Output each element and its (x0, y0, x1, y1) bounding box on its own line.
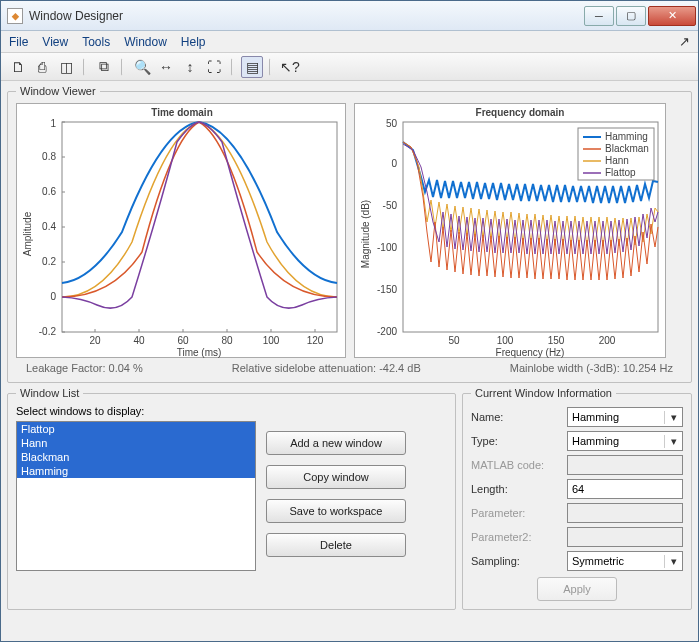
zoom-x-icon[interactable]: ↔ (155, 56, 177, 78)
separator (231, 58, 237, 76)
time-domain-plot[interactable]: Time domain -0.20 0.20.4 (16, 103, 346, 358)
sampling-label: Sampling: (471, 555, 561, 567)
svg-text:50: 50 (386, 118, 398, 129)
new-icon[interactable]: 🗋 (7, 56, 29, 78)
copy-window-button[interactable]: Copy window (266, 465, 406, 489)
apply-button[interactable]: Apply (537, 577, 617, 601)
app-logo-icon: ◆ (7, 8, 23, 24)
svg-text:0.8: 0.8 (42, 151, 56, 162)
svg-text:40: 40 (133, 335, 145, 346)
menubar: File View Tools Window Help ↗ (1, 31, 698, 53)
time-ylabel: Amplitude (22, 211, 33, 256)
window-viewer-panel: Window Viewer Time domain (7, 85, 692, 383)
svg-text:-50: -50 (383, 200, 398, 211)
toolbar: 🗋 ⎙ ◫ ⧉ 🔍 ↔ ↕ ⛶ ▤ ↖? (1, 53, 698, 81)
svg-text:80: 80 (221, 335, 233, 346)
time-plot-title: Time domain (151, 107, 213, 118)
separator (121, 58, 127, 76)
name-combo[interactable]: Hamming▾ (567, 407, 683, 427)
svg-text:0: 0 (391, 158, 397, 169)
type-label: Type: (471, 435, 561, 447)
svg-text:Flattop: Flattop (605, 167, 636, 178)
maximize-button[interactable]: ▢ (616, 6, 646, 26)
name-label: Name: (471, 411, 561, 423)
separator (83, 58, 89, 76)
sidelobe-stat: Relative sidelobe attenuation: -42.4 dB (232, 362, 421, 374)
zoom-in-icon[interactable]: 🔍 (131, 56, 153, 78)
param-field (567, 503, 683, 523)
window-list-panel: Window List Select windows to display: F… (7, 387, 456, 610)
matlab-label: MATLAB code: (471, 459, 561, 471)
svg-text:100: 100 (497, 335, 514, 346)
type-combo[interactable]: Hamming▾ (567, 431, 683, 451)
minimize-button[interactable]: ─ (584, 6, 614, 26)
time-xlabel: Time (ms) (177, 347, 222, 358)
list-item[interactable]: Blackman (17, 450, 255, 464)
svg-text:1: 1 (50, 118, 56, 129)
param-label: Parameter: (471, 507, 561, 519)
freq-ylabel: Magnitude (dB) (360, 200, 371, 268)
param2-field (567, 527, 683, 547)
menu-help[interactable]: Help (181, 35, 206, 49)
svg-text:120: 120 (307, 335, 324, 346)
svg-text:-0.2: -0.2 (39, 326, 57, 337)
svg-rect-0 (62, 122, 337, 332)
mainlobe-stat: Mainlobe width (-3dB): 10.254 Hz (510, 362, 673, 374)
stats-row: Leakage Factor: 0.04 % Relative sidelobe… (16, 358, 683, 374)
full-view-icon[interactable]: ⛶ (203, 56, 225, 78)
separator (269, 58, 275, 76)
svg-text:0: 0 (50, 291, 56, 302)
window-list-legend: Window List (16, 387, 83, 399)
window-listbox[interactable]: Flattop Hann Blackman Hamming (16, 421, 256, 571)
help-icon[interactable]: ↖? (279, 56, 301, 78)
menu-tools[interactable]: Tools (82, 35, 110, 49)
svg-text:-150: -150 (377, 284, 397, 295)
svg-text:60: 60 (177, 335, 189, 346)
add-window-button[interactable]: Add a new window (266, 431, 406, 455)
freq-domain-plot[interactable]: Frequency domain -200-150 -100-50 050 50… (354, 103, 666, 358)
zoom-y-icon[interactable]: ↕ (179, 56, 201, 78)
length-field[interactable]: 64 (567, 479, 683, 499)
copy-icon[interactable]: ⧉ (93, 56, 115, 78)
svg-text:100: 100 (263, 335, 280, 346)
legend-toggle-icon[interactable]: ▤ (241, 56, 263, 78)
select-windows-label: Select windows to display: (16, 405, 447, 417)
list-item[interactable]: Flattop (17, 422, 255, 436)
save-workspace-button[interactable]: Save to workspace (266, 499, 406, 523)
svg-text:-200: -200 (377, 326, 397, 337)
svg-text:50: 50 (448, 335, 460, 346)
leakage-stat: Leakage Factor: 0.04 % (26, 362, 143, 374)
svg-text:150: 150 (548, 335, 565, 346)
svg-text:20: 20 (89, 335, 101, 346)
svg-text:Hamming: Hamming (605, 131, 648, 142)
print-preview-icon[interactable]: ◫ (55, 56, 77, 78)
window-title: Window Designer (29, 9, 582, 23)
titlebar: ◆ Window Designer ─ ▢ ✕ (1, 1, 698, 31)
menu-view[interactable]: View (42, 35, 68, 49)
sampling-combo[interactable]: Symmetric▾ (567, 551, 683, 571)
svg-text:200: 200 (599, 335, 616, 346)
freq-plot-title: Frequency domain (476, 107, 565, 118)
list-item[interactable]: Hamming (17, 464, 255, 478)
dock-icon[interactable]: ↗ (679, 34, 690, 49)
svg-text:Hann: Hann (605, 155, 629, 166)
print-icon[interactable]: ⎙ (31, 56, 53, 78)
matlab-field (567, 455, 683, 475)
current-window-info-panel: Current Window Information Name: Hamming… (462, 387, 692, 610)
svg-text:0.6: 0.6 (42, 186, 56, 197)
menu-file[interactable]: File (9, 35, 28, 49)
freq-xlabel: Frequency (Hz) (496, 347, 565, 358)
app-window: ◆ Window Designer ─ ▢ ✕ File View Tools … (0, 0, 699, 642)
list-item[interactable]: Hann (17, 436, 255, 450)
menu-window[interactable]: Window (124, 35, 167, 49)
delete-button[interactable]: Delete (266, 533, 406, 557)
cwi-legend: Current Window Information (471, 387, 616, 399)
param2-label: Parameter2: (471, 531, 561, 543)
svg-text:-100: -100 (377, 242, 397, 253)
svg-text:0.4: 0.4 (42, 221, 56, 232)
close-button[interactable]: ✕ (648, 6, 696, 26)
svg-text:Blackman: Blackman (605, 143, 649, 154)
window-viewer-legend: Window Viewer (16, 85, 100, 97)
length-label: Length: (471, 483, 561, 495)
svg-text:0.2: 0.2 (42, 256, 56, 267)
